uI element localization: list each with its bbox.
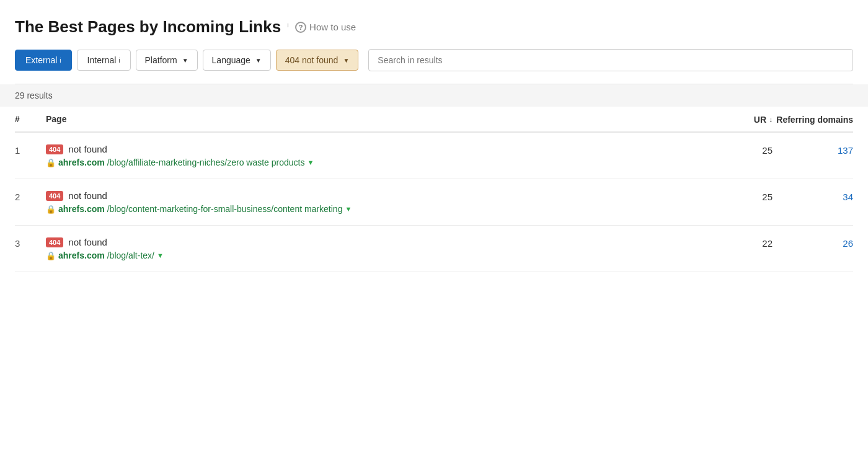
page-cell: 404 not found 🔒 ahrefs.com/blog/alt-tex/… [46,237,711,260]
lock-icon: 🔒 [46,158,56,167]
url-base[interactable]: ahrefs.com [58,250,105,260]
results-count: 29 results [15,91,53,100]
rd-value[interactable]: 26 [773,237,853,249]
ur-value: 25 [711,144,773,156]
page-status: 404 not found [46,237,711,247]
col-header-ur: UR ↓ [711,114,773,125]
url-path[interactable]: /blog/content-marketing-for-small-busine… [107,204,343,214]
page-cell: 404 not found 🔒 ahrefs.com/blog/affiliat… [46,144,711,167]
page-url: 🔒 ahrefs.com/blog/alt-tex/ ▼ [46,250,711,260]
url-path[interactable]: /blog/affiliate-marketing-niches/zero wa… [107,157,305,167]
url-path[interactable]: /blog/alt-tex/ [107,250,154,260]
url-expand-icon[interactable]: ▼ [157,252,164,259]
status-chevron-icon: ▼ [343,57,349,64]
platform-chevron-icon: ▼ [182,57,188,64]
internal-tab[interactable]: Internali [77,50,131,71]
search-input[interactable] [368,49,853,71]
rd-value[interactable]: 137 [773,144,853,156]
table-row: 2 404 not found 🔒 ahrefs.com/blog/conten… [15,179,853,226]
page-cell: 404 not found 🔒 ahrefs.com/blog/content-… [46,190,711,214]
col-header-num: # [15,114,46,125]
status-text: not found [68,144,107,154]
results-bar: 29 results [0,84,868,107]
title-info-icon[interactable]: ⁱ [287,21,289,33]
page-url: 🔒 ahrefs.com/blog/affiliate-marketing-ni… [46,157,711,167]
page-title: The Best Pages by Incoming Links [15,17,281,37]
table-body: 1 404 not found 🔒 ahrefs.com/blog/affili… [15,133,853,272]
status-filter-dropdown[interactable]: 404 not found ▼ [276,50,359,71]
table-row: 1 404 not found 🔒 ahrefs.com/blog/affili… [15,133,853,179]
url-expand-icon[interactable]: ▼ [345,205,352,213]
table-header: # Page UR ↓ Referring domains [15,107,853,133]
external-tab[interactable]: Externali [15,50,72,71]
language-dropdown[interactable]: Language ▼ [203,50,271,71]
ur-value: 25 [711,190,773,202]
col-header-page: Page [46,114,711,125]
row-number: 2 [15,190,46,202]
badge-404: 404 [46,144,63,154]
page-url: 🔒 ahrefs.com/blog/content-marketing-for-… [46,204,711,214]
question-icon: ? [295,22,306,33]
status-text: not found [68,190,107,201]
page-status: 404 not found [46,190,711,201]
filters-row: Externali Internali Platform ▼ Language … [15,49,853,84]
search-wrapper [368,49,853,71]
badge-404: 404 [46,191,63,201]
status-text: not found [68,237,107,247]
url-base[interactable]: ahrefs.com [58,157,105,167]
col-header-rd: Referring domains [773,114,853,125]
how-to-use-link[interactable]: ? How to use [295,22,356,33]
badge-404: 404 [46,237,63,247]
language-chevron-icon: ▼ [255,57,262,64]
row-number: 1 [15,144,46,156]
rd-value[interactable]: 34 [773,190,853,202]
platform-dropdown[interactable]: Platform ▼ [136,50,198,71]
page-status: 404 not found [46,144,711,154]
lock-icon: 🔒 [46,251,56,260]
url-expand-icon[interactable]: ▼ [308,159,314,166]
url-base[interactable]: ahrefs.com [58,204,105,214]
lock-icon: 🔒 [46,205,56,214]
results-table: # Page UR ↓ Referring domains 1 404 not … [15,107,853,272]
ur-value: 22 [711,237,773,249]
table-row: 3 404 not found 🔒 ahrefs.com/blog/alt-te… [15,226,853,272]
row-number: 3 [15,237,46,249]
